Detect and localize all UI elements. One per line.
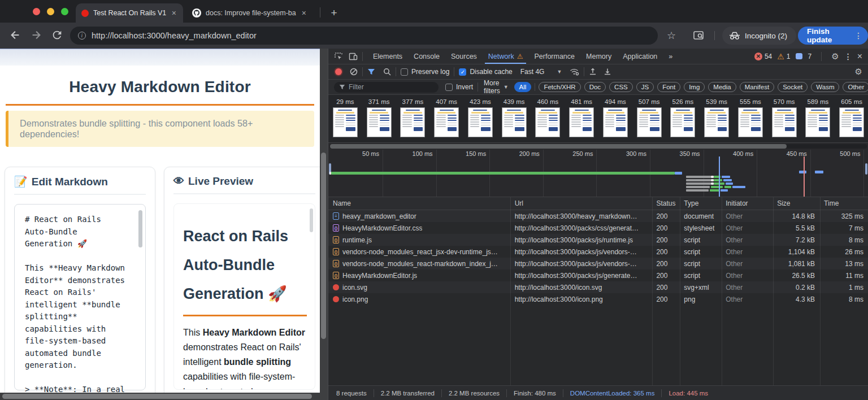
filter-chip-doc[interactable]: Doc <box>584 82 606 92</box>
finish-update-button[interactable]: Finish update ⋮ <box>798 27 868 45</box>
more-filters-label[interactable]: More filters <box>484 79 500 95</box>
table-row[interactable]: icon.pnghttp://localhost:3000/icon.png20… <box>328 293 868 305</box>
overview-scrollbar[interactable] <box>329 144 867 149</box>
table-row[interactable]: ()vendors-node_modules_react-markdown_in… <box>328 258 868 269</box>
device-toolbar-icon[interactable] <box>349 53 358 60</box>
devtools-tab-performance[interactable]: Performance <box>528 49 580 64</box>
column-header-time[interactable]: Time <box>819 199 868 207</box>
record-network-log-button[interactable] <box>335 68 342 75</box>
filter-chip-socket[interactable]: Socket <box>778 82 808 92</box>
console-warnings-icon[interactable]: ⚠ <box>777 52 784 61</box>
column-header-size[interactable]: Size <box>772 199 819 207</box>
filmstrip-frame[interactable]: 407 ms <box>429 95 463 142</box>
filmstrip-frame[interactable]: 371 ms <box>362 95 396 142</box>
devtools-close-icon[interactable]: × <box>857 51 862 62</box>
filter-input[interactable] <box>349 83 433 91</box>
throttling-caret-icon[interactable]: ▼ <box>557 69 562 75</box>
browser-tab-1[interactable]: Test React On Rails V15 Hello × <box>76 3 183 23</box>
devtools-settings-gear-icon[interactable]: ⚙ <box>831 51 839 62</box>
more-tabs-chevron[interactable]: » <box>663 53 678 60</box>
filmstrip-frame[interactable]: 423 ms <box>463 95 497 142</box>
inspect-element-icon[interactable] <box>334 52 343 61</box>
devtools-kebab-icon[interactable]: ⋮ <box>844 52 852 61</box>
table-row[interactable]: icon.svghttp://localhost:3000/icon.svg20… <box>328 281 868 293</box>
table-row[interactable]: {}HeavyMarkdownEditor.csshttp://localhos… <box>328 222 868 234</box>
clear-network-log-icon[interactable] <box>350 68 358 76</box>
column-header-status[interactable]: Status <box>652 199 679 207</box>
filmstrip-frame[interactable]: 589 ms <box>801 95 835 142</box>
range-handle-right[interactable] <box>865 163 867 175</box>
throttling-select[interactable]: Fast 4G <box>520 68 545 76</box>
import-har-icon[interactable] <box>589 68 597 76</box>
column-header-initiator[interactable]: Initiator <box>721 199 772 207</box>
filter-chip-media[interactable]: Media <box>708 82 736 92</box>
tab-close-icon[interactable]: × <box>171 8 177 18</box>
filter-funnel-icon[interactable] <box>367 68 375 75</box>
table-row[interactable]: ()vendors-node_modules_react_jsx-dev-run… <box>328 246 868 258</box>
filter-chip-js[interactable]: JS <box>636 82 654 92</box>
filter-chip-manifest[interactable]: Manifest <box>740 82 774 92</box>
filter-chip-img[interactable]: Img <box>684 82 705 92</box>
filter-chip-wasm[interactable]: Wasm <box>811 82 839 92</box>
preview-scrollbar-thumb[interactable] <box>310 208 313 232</box>
devtools-tab-console[interactable]: Console <box>408 49 445 64</box>
filter-input-pill[interactable] <box>334 82 439 93</box>
filmstrip-frame[interactable]: 555 ms <box>734 95 767 142</box>
filmstrip-frame[interactable]: 494 ms <box>598 95 632 142</box>
table-row[interactable]: ()runtime.jshttp://localhost:3000/packs/… <box>328 234 868 246</box>
issues-bubble-icon[interactable] <box>796 53 802 59</box>
disable-cache-checkbox[interactable]: ✓ <box>459 68 466 76</box>
page-horizontal-scrollbar[interactable] <box>0 393 320 400</box>
minimize-window-button[interactable] <box>47 8 54 15</box>
filmstrip-frame[interactable]: 539 ms <box>700 95 734 142</box>
filmstrip-frame[interactable]: 439 ms <box>497 95 531 142</box>
filmstrip-frame[interactable]: 526 ms <box>666 95 700 142</box>
filmstrip-frame[interactable]: 29 ms <box>328 95 362 142</box>
browser-tab-2[interactable]: docs: Improve file-system-ba × <box>186 3 315 23</box>
network-settings-gear-icon[interactable]: ⚙ <box>855 67 862 77</box>
tab-search-icon[interactable] <box>693 31 704 41</box>
filter-chip-font[interactable]: Font <box>657 82 680 92</box>
close-window-button[interactable] <box>33 8 40 15</box>
export-har-icon[interactable] <box>604 68 611 76</box>
filter-chip-other[interactable]: Other <box>843 82 868 92</box>
search-icon[interactable] <box>383 68 391 76</box>
markdown-textarea[interactable]: # React on Rails Auto-Bundle Generation … <box>14 204 146 390</box>
incognito-indicator[interactable]: Incognito (2) <box>722 27 796 45</box>
back-button[interactable] <box>9 29 23 42</box>
column-header-type[interactable]: Type <box>679 199 721 207</box>
more-filters-caret-icon[interactable]: ▼ <box>504 84 509 90</box>
bookmark-star-icon[interactable]: ☆ <box>667 29 676 42</box>
overview-scrollbar-thumb[interactable] <box>330 144 787 149</box>
filter-chip-fetch-xhr[interactable]: Fetch/XHR <box>539 82 580 92</box>
filmstrip-frame[interactable]: 570 ms <box>767 95 801 142</box>
filmstrip-frame[interactable]: 605 ms <box>835 95 868 142</box>
column-header-name[interactable]: Name <box>328 199 510 207</box>
filmstrip-frame[interactable]: 377 ms <box>396 95 430 142</box>
tab-close-icon[interactable]: × <box>301 8 307 18</box>
console-errors-icon[interactable]: ✕ <box>754 53 762 60</box>
devtools-tab-sources[interactable]: Sources <box>445 49 483 64</box>
devtools-tab-memory[interactable]: Memory <box>580 49 617 64</box>
address-bar[interactable]: i http://localhost:3000/heavy_markdown_e… <box>70 27 658 45</box>
vscroll-thumb[interactable] <box>321 153 326 339</box>
devtools-tab-application[interactable]: Application <box>617 49 663 64</box>
network-conditions-icon[interactable] <box>570 68 579 76</box>
filmstrip-frame[interactable]: 507 ms <box>632 95 666 142</box>
zoom-window-button[interactable] <box>61 8 68 15</box>
reload-button[interactable] <box>51 29 64 42</box>
filmstrip-frame[interactable]: 460 ms <box>531 95 565 142</box>
browser-menu-kebab-icon[interactable]: ⋮ <box>854 31 862 40</box>
site-info-icon[interactable]: i <box>78 32 86 40</box>
textarea-scrollbar-thumb[interactable] <box>138 210 142 247</box>
table-row[interactable]: ≡heavy_markdown_editorhttp://localhost:3… <box>328 210 868 222</box>
invert-checkbox[interactable] <box>445 84 453 91</box>
column-header-url[interactable]: Url <box>510 199 652 207</box>
forward-button[interactable] <box>30 29 44 42</box>
devtools-tab-network[interactable]: Network⚠ <box>483 49 529 64</box>
filmstrip-frame[interactable]: 481 ms <box>565 95 598 142</box>
preserve-log-checkbox[interactable] <box>401 68 408 76</box>
table-row[interactable]: ()HeavyMarkdownEditor.jshttp://localhost… <box>328 269 868 281</box>
new-tab-button[interactable]: + <box>327 6 341 20</box>
filter-chip-css[interactable]: CSS <box>609 82 633 92</box>
